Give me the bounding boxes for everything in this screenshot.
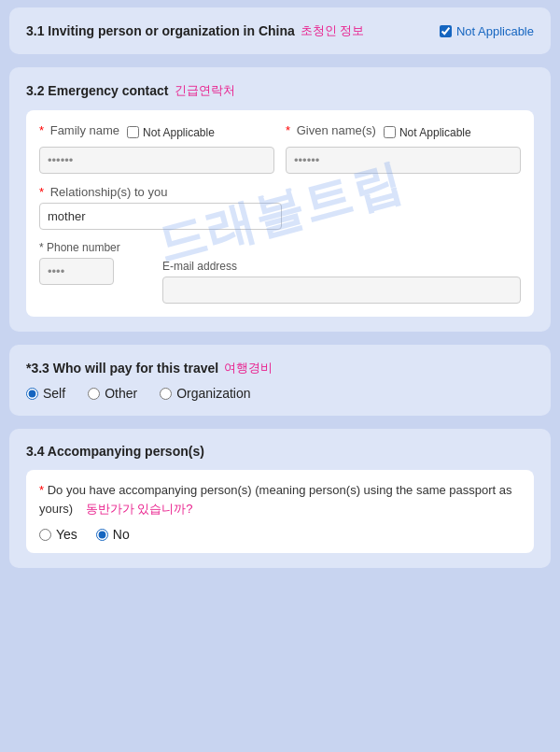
section-32-number: 3.2 <box>26 83 44 98</box>
email-group: E-mail address <box>162 260 521 304</box>
section-33-number: *3.3 <box>26 361 49 376</box>
radio-self[interactable]: Self <box>26 386 65 401</box>
given-name-label: * Given name(s) <box>286 123 376 137</box>
phone-label: * Phone number <box>39 241 151 254</box>
accompanying-required: * <box>39 483 44 497</box>
family-name-label-row: * Family name Not Applicable <box>39 123 274 141</box>
radio-organization-label: Organization <box>176 386 250 401</box>
section-31-title: 3.1 <box>26 23 44 38</box>
given-name-label-row: * Given name(s) Not Applicable <box>286 123 521 141</box>
radio-other-input[interactable] <box>88 388 100 400</box>
accompanying-question: * Do you have accompanying person(s) (me… <box>39 481 521 518</box>
given-name-input[interactable] <box>286 147 521 174</box>
section-32-title: Emergency contact <box>44 83 168 98</box>
section-31-title-korean: 초청인 정보 <box>301 22 365 39</box>
family-name-required: * <box>39 123 44 137</box>
section-34-number: 3.4 <box>26 444 44 459</box>
family-name-label: * Family name <box>39 123 119 137</box>
section-32-title-korean: 긴급연락처 <box>175 82 235 99</box>
section-32-inner: 드래블트립 * Family name Not Applicable <box>26 110 534 317</box>
radio-organization-input[interactable] <box>160 388 172 400</box>
section-34-inner: * Do you have accompanying person(s) (me… <box>26 470 534 553</box>
radio-other[interactable]: Other <box>88 386 137 401</box>
given-name-not-applicable-label: Not Applicable <box>399 126 471 139</box>
radio-organization[interactable]: Organization <box>160 386 250 401</box>
section-31: 3.1 Inviting person or organization in C… <box>9 7 551 54</box>
section-34-header: 3.4 Accompanying person(s) <box>26 444 534 459</box>
section-31-title-text: Inviting person or organization in China <box>44 23 294 38</box>
section-33-title-korean: 여행경비 <box>224 360 273 376</box>
phone-group: * Phone number <box>39 241 151 285</box>
relationship-row: * Relationship(s) to you <box>39 185 521 230</box>
section-31-not-applicable[interactable]: Not Applicable <box>440 24 534 38</box>
section-33-header: *3.3 Who will pay for this travel 여행경비 <box>26 360 534 376</box>
accompanying-korean: 동반가가 있습니까? <box>86 502 193 516</box>
payment-radio-group: Self Other Organization <box>26 386 534 401</box>
radio-self-input[interactable] <box>26 388 38 400</box>
radio-no-label: No <box>113 527 130 542</box>
phone-required: * <box>39 241 44 254</box>
given-name-required: * <box>286 123 290 137</box>
section-34: 3.4 Accompanying person(s) * Do you have… <box>9 429 551 568</box>
section-32-header: 3.2 Emergency contact 긴급연락처 <box>26 82 534 99</box>
given-name-not-applicable[interactable]: Not Applicable <box>384 126 471 139</box>
section-33: *3.3 Who will pay for this travel 여행경비 S… <box>9 345 551 416</box>
radio-yes-label: Yes <box>56 527 77 542</box>
family-name-not-applicable-label: Not Applicable <box>143 126 215 139</box>
email-label: E-mail address <box>162 260 521 273</box>
radio-self-label: Self <box>43 386 65 401</box>
email-input[interactable] <box>162 277 521 304</box>
radio-no[interactable]: No <box>96 527 130 542</box>
section-32: 3.2 Emergency contact 긴급연락처 드래블트립 * Fami… <box>9 67 551 332</box>
radio-yes[interactable]: Yes <box>39 527 77 542</box>
radio-other-label: Other <box>105 386 137 401</box>
yes-no-radio-group: Yes No <box>39 527 521 542</box>
name-fields-row: * Family name Not Applicable * Given nam… <box>39 123 521 174</box>
section-31-not-applicable-checkbox[interactable] <box>440 25 452 37</box>
relationship-label: * Relationship(s) to you <box>39 185 521 199</box>
section-31-header: 3.1 Inviting person or organization in C… <box>26 22 534 39</box>
relationship-input[interactable] <box>39 203 282 230</box>
section-31-not-applicable-label: Not Applicable <box>456 24 534 38</box>
section-34-title: Accompanying person(s) <box>44 444 203 459</box>
section-33-title: Who will pay for this travel <box>49 361 218 376</box>
relationship-required: * <box>39 185 44 199</box>
family-name-input[interactable] <box>39 147 274 174</box>
family-name-group: * Family name Not Applicable <box>39 123 274 174</box>
radio-no-input[interactable] <box>96 529 108 541</box>
radio-yes-input[interactable] <box>39 529 51 541</box>
phone-input[interactable] <box>39 258 114 285</box>
given-name-not-applicable-checkbox[interactable] <box>384 126 396 138</box>
family-name-not-applicable[interactable]: Not Applicable <box>127 126 215 139</box>
given-name-group: * Given name(s) Not Applicable <box>286 123 521 174</box>
phone-email-row: * Phone number E-mail address <box>39 241 521 304</box>
family-name-not-applicable-checkbox[interactable] <box>127 126 139 138</box>
